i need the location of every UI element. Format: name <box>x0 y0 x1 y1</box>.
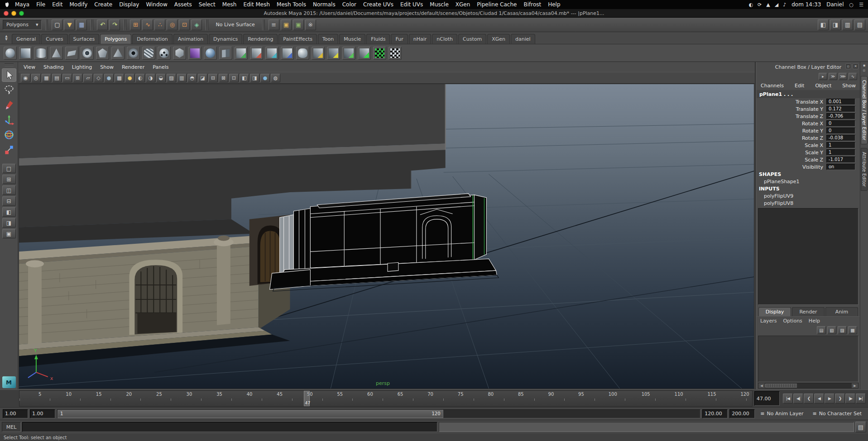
save-scene-icon[interactable]: ▦ <box>76 19 87 30</box>
menu-item[interactable]: File <box>36 1 45 8</box>
snap-to-view-plane-icon[interactable]: ⊡ <box>179 19 190 30</box>
channel-attribute-value[interactable]: 0 <box>826 128 855 134</box>
open-scene-icon[interactable]: ▼ <box>64 19 75 30</box>
sidebar-vertical-tab[interactable]: Attribute Editor <box>861 148 868 191</box>
step-forward-frame-button[interactable]: |▶ <box>845 394 855 403</box>
gate-mask-icon[interactable]: ⊟ <box>208 74 218 82</box>
hypershade-layout-button[interactable]: ▣ <box>2 229 16 238</box>
animation-end-field[interactable] <box>729 409 755 418</box>
bluetooth-icon[interactable]: ▲ <box>766 2 770 8</box>
scrollbar-thumb[interactable] <box>765 384 797 388</box>
poly-pyramid-icon[interactable] <box>111 47 125 60</box>
menu-item[interactable]: Mesh Tools <box>277 1 306 8</box>
shelf-tab[interactable]: XGen <box>487 34 510 44</box>
select-camera-icon[interactable]: ◉ <box>21 74 30 82</box>
undo-icon[interactable]: ↶ <box>97 19 108 30</box>
command-language-toggle[interactable]: MEL <box>2 422 21 432</box>
animation-start-field[interactable] <box>3 409 28 418</box>
shape-node-item[interactable]: pPlaneShape1 <box>757 178 860 185</box>
redo-icon[interactable]: ↷ <box>109 19 120 30</box>
menu-item[interactable]: Edit UVs <box>400 1 423 8</box>
playback-start-field[interactable] <box>30 409 55 418</box>
menu-item[interactable]: Maya <box>15 1 29 8</box>
channel-attribute-label[interactable]: Rotate X <box>757 121 826 127</box>
notification-center-icon[interactable]: ☰ <box>859 2 863 8</box>
menu-item[interactable]: Assets <box>174 1 192 8</box>
toolbar-grip[interactable] <box>206 19 208 30</box>
two-d-pan-zoom-icon[interactable]: ⊞ <box>73 74 82 82</box>
current-frame-playhead[interactable]: 47 <box>304 391 310 406</box>
go-to-start-button[interactable]: |◀ <box>783 394 793 403</box>
input-node-item[interactable]: polyFlipUV9 <box>757 192 860 199</box>
platonic-solid-icon[interactable] <box>173 47 186 60</box>
persp-outliner-layout-button[interactable]: ◧ <box>2 207 16 217</box>
poly-cone-icon[interactable] <box>50 47 63 60</box>
toolbar-grip[interactable] <box>124 19 126 30</box>
shelf-tab[interactable]: Dynamics <box>209 34 242 44</box>
snap-to-projected-center-icon[interactable]: ◎ <box>167 19 177 30</box>
channel-attribute-label[interactable]: Translate X <box>757 99 826 105</box>
render-current-frame-icon[interactable]: ▣ <box>281 19 292 30</box>
channel-attribute-label[interactable]: Rotate Z <box>757 135 826 141</box>
poly-soccerball-icon[interactable] <box>158 47 171 60</box>
layer-editor-tab[interactable]: Render <box>792 307 825 316</box>
script-editor-icon[interactable]: ▤ <box>855 422 866 432</box>
time-slider-ruler[interactable]: 5101520253035404550556065707580859095100… <box>19 390 753 407</box>
sculpt-cube-icon[interactable] <box>188 47 201 60</box>
snap-to-grid-icon[interactable]: ⊞ <box>130 19 141 30</box>
menu-item[interactable]: Edit <box>52 1 62 8</box>
paint-selection-tool[interactable] <box>2 98 16 112</box>
anim-layer-selector[interactable]: ≡ No Anim Layer <box>757 411 807 417</box>
toggle-attribute-editor-icon[interactable]: ◨ <box>830 19 841 30</box>
spotlight-icon[interactable]: ○ <box>849 2 854 8</box>
smooth-sphere-icon[interactable] <box>204 47 217 60</box>
notification-icon[interactable]: ◐ <box>748 2 753 8</box>
poly-cylinder-icon[interactable] <box>34 47 48 60</box>
poly-prism-icon[interactable] <box>96 47 109 60</box>
step-back-frame-button[interactable]: ◀| <box>793 394 803 403</box>
hyperbolic-curve-icon[interactable]: ∿ <box>849 73 857 80</box>
toggle-tool-settings-icon[interactable]: ▥ <box>842 19 853 30</box>
undock-icon[interactable]: ▫ <box>863 68 865 72</box>
exposure-icon[interactable]: ◓ <box>187 74 197 82</box>
isolate-select-icon[interactable]: ◧ <box>240 74 249 82</box>
selected-object-name[interactable]: pPlane1 . . . <box>757 90 860 98</box>
wireframe-on-shaded-icon[interactable]: ◍ <box>271 74 280 82</box>
bookmarks-icon[interactable]: ▤ <box>52 74 62 82</box>
channel-attribute-value[interactable]: 1 <box>826 149 855 156</box>
play-forwards-button[interactable]: ▶ <box>825 394 834 403</box>
zoom-window-button[interactable] <box>19 11 24 16</box>
shelf-tab[interactable]: Rendering <box>243 34 278 44</box>
layer-editor-menu-item[interactable]: Help <box>809 318 820 324</box>
go-to-end-button[interactable]: ▶| <box>856 394 866 403</box>
sequence-time-icon[interactable]: ▥ <box>177 74 187 82</box>
time-machine-icon[interactable]: ⟳ <box>758 2 762 8</box>
four-pane-layout-button[interactable]: ⊞ <box>2 175 16 184</box>
toolbar-grip[interactable] <box>262 19 265 30</box>
command-input[interactable] <box>22 422 437 432</box>
rotate-tool[interactable] <box>2 128 16 142</box>
snap-to-curve-icon[interactable]: ∿ <box>142 19 153 30</box>
shelf-tab[interactable]: Custom <box>458 34 486 44</box>
channel-box-header[interactable]: Channel Box / Layer Editor ▫✕ <box>757 62 860 72</box>
play-backwards-button[interactable]: ◀ <box>814 394 824 403</box>
channel-box-menu-item[interactable]: Edit <box>795 83 804 89</box>
channel-attribute-value[interactable]: on <box>826 164 855 170</box>
shelf-tab[interactable]: PaintEffects <box>278 34 317 44</box>
panel-menu-item[interactable]: Shading <box>43 64 64 70</box>
multisample-icon[interactable]: ▨ <box>167 74 176 82</box>
channel-attribute-label[interactable]: Rotate Y <box>757 128 826 134</box>
scroll-right-arrow[interactable]: ▶ <box>852 383 858 388</box>
menu-item[interactable]: Edit Mesh <box>243 1 270 8</box>
channel-box-menu-item[interactable]: Object <box>815 83 831 89</box>
camera-attributes-icon[interactable]: ▦ <box>42 74 51 82</box>
make-live-icon[interactable]: ◈ <box>191 19 202 30</box>
shelf-tab[interactable]: Toon <box>318 34 338 44</box>
panel-menu-item[interactable]: Renderer <box>122 64 144 70</box>
select-tool[interactable] <box>2 68 16 82</box>
gamma-icon[interactable]: ◪ <box>198 74 207 82</box>
panel-menu-item[interactable]: View <box>24 64 35 70</box>
menu-item[interactable]: Muscle <box>430 1 449 8</box>
toggle-layer-visibility-icon[interactable]: ▤ <box>817 326 826 334</box>
close-window-button[interactable] <box>4 11 9 16</box>
